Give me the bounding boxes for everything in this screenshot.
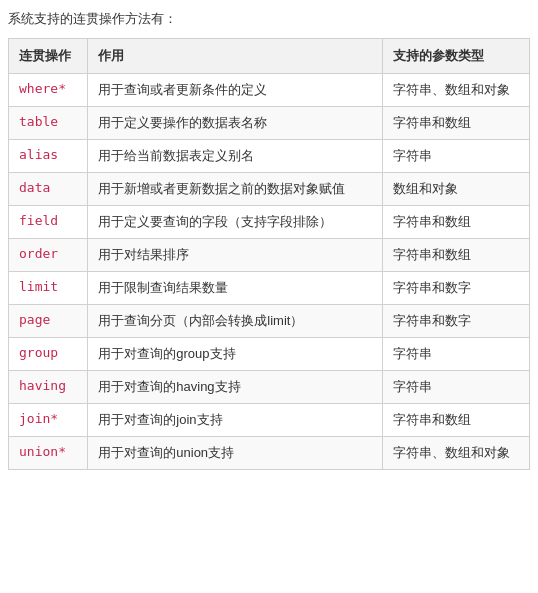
cell-desc: 用于限制查询结果数量: [88, 272, 382, 305]
cell-params: 字符串和数组: [382, 404, 529, 437]
cell-desc: 用于对查询的having支持: [88, 371, 382, 404]
cell-params: 字符串和数字: [382, 305, 529, 338]
cell-desc: 用于定义要查询的字段（支持字段排除）: [88, 206, 382, 239]
cell-params: 字符串、数组和对象: [382, 437, 529, 470]
cell-params: 字符串和数组: [382, 206, 529, 239]
table-row: where*用于查询或者更新条件的定义字符串、数组和对象: [9, 74, 530, 107]
cell-desc: 用于定义要操作的数据表名称: [88, 107, 382, 140]
cell-method: limit: [9, 272, 88, 305]
cell-method: alias: [9, 140, 88, 173]
header-method: 连贯操作: [9, 39, 88, 74]
cell-method: join*: [9, 404, 88, 437]
cell-desc: 用于查询或者更新条件的定义: [88, 74, 382, 107]
methods-table: 连贯操作 作用 支持的参数类型 where*用于查询或者更新条件的定义字符串、数…: [8, 38, 530, 470]
cell-desc: 用于对查询的group支持: [88, 338, 382, 371]
cell-desc: 用于查询分页（内部会转换成limit）: [88, 305, 382, 338]
cell-desc: 用于新增或者更新数据之前的数据对象赋值: [88, 173, 382, 206]
header-params: 支持的参数类型: [382, 39, 529, 74]
cell-method: page: [9, 305, 88, 338]
table-row: data用于新增或者更新数据之前的数据对象赋值数组和对象: [9, 173, 530, 206]
cell-params: 字符串和数字: [382, 272, 529, 305]
cell-desc: 用于对查询的union支持: [88, 437, 382, 470]
table-row: having用于对查询的having支持字符串: [9, 371, 530, 404]
table-row: page用于查询分页（内部会转换成limit）字符串和数字: [9, 305, 530, 338]
table-row: order用于对结果排序字符串和数组: [9, 239, 530, 272]
cell-method: order: [9, 239, 88, 272]
cell-params: 字符串: [382, 371, 529, 404]
cell-desc: 用于对查询的join支持: [88, 404, 382, 437]
table-row: field用于定义要查询的字段（支持字段排除）字符串和数组: [9, 206, 530, 239]
table-row: limit用于限制查询结果数量字符串和数字: [9, 272, 530, 305]
cell-desc: 用于对结果排序: [88, 239, 382, 272]
table-row: join*用于对查询的join支持字符串和数组: [9, 404, 530, 437]
cell-method: field: [9, 206, 88, 239]
cell-method: data: [9, 173, 88, 206]
cell-params: 数组和对象: [382, 173, 529, 206]
table-body: where*用于查询或者更新条件的定义字符串、数组和对象table用于定义要操作…: [9, 74, 530, 470]
intro-text: 系统支持的连贯操作方法有：: [8, 10, 530, 28]
cell-params: 字符串和数组: [382, 107, 529, 140]
cell-params: 字符串和数组: [382, 239, 529, 272]
cell-params: 字符串、数组和对象: [382, 74, 529, 107]
cell-method: where*: [9, 74, 88, 107]
cell-method: union*: [9, 437, 88, 470]
cell-method: group: [9, 338, 88, 371]
table-row: table用于定义要操作的数据表名称字符串和数组: [9, 107, 530, 140]
cell-desc: 用于给当前数据表定义别名: [88, 140, 382, 173]
cell-params: 字符串: [382, 140, 529, 173]
table-row: alias用于给当前数据表定义别名字符串: [9, 140, 530, 173]
table-row: union*用于对查询的union支持字符串、数组和对象: [9, 437, 530, 470]
table-row: group用于对查询的group支持字符串: [9, 338, 530, 371]
table-header-row: 连贯操作 作用 支持的参数类型: [9, 39, 530, 74]
header-desc: 作用: [88, 39, 382, 74]
cell-method: table: [9, 107, 88, 140]
cell-method: having: [9, 371, 88, 404]
cell-params: 字符串: [382, 338, 529, 371]
